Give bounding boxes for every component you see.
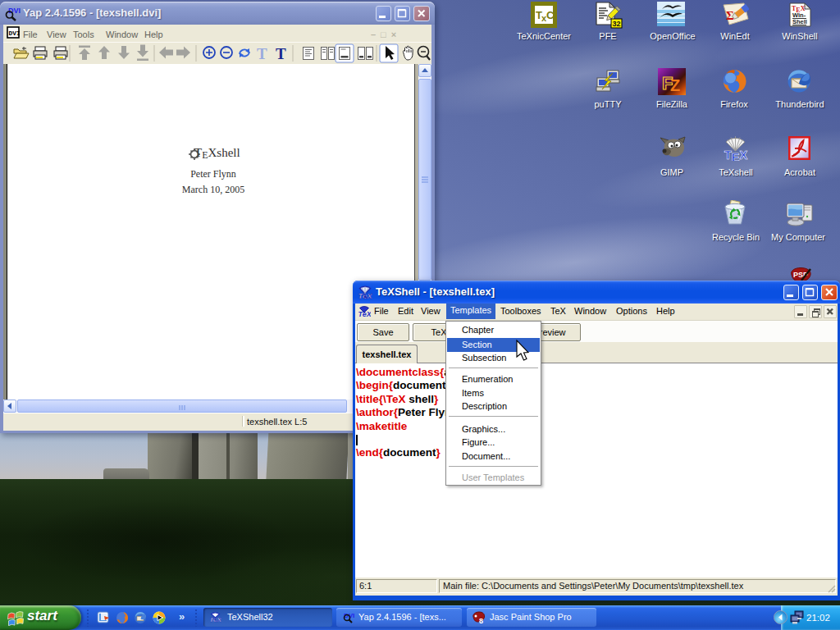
svg-text:TeX: TeX [358,291,373,299]
svg-text:T: T [257,45,267,62]
svg-text:TEX: TEX [724,148,748,161]
svg-text:T: T [276,45,286,62]
svg-text:DVI: DVI [8,7,21,15]
svg-text:Z: Z [670,76,680,94]
svg-text:C: C [546,9,555,21]
svg-text:32: 32 [613,20,621,28]
svg-text:Shell: Shell [792,18,807,25]
svg-text:8: 8 [479,617,483,624]
svg-text:TeX: TeX [210,616,222,623]
